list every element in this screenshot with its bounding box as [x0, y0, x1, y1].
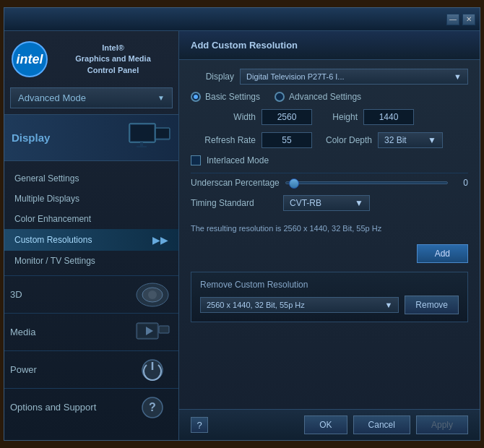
sidebar-item-general-settings[interactable]: General Settings [4, 168, 178, 189]
mode-label: Advanced Mode [18, 92, 86, 103]
height-input[interactable] [363, 109, 414, 125]
options-icon: ? [133, 392, 173, 423]
remove-button[interactable]: Remove [405, 296, 459, 314]
nav-label: Monitor / TV Settings [14, 256, 95, 266]
underscan-label: Underscan Percentage [191, 178, 280, 188]
chevron-down-icon: ▼ [355, 198, 363, 208]
remove-select-value: 2560 x 1440, 32 Bit, 55p Hz [207, 301, 305, 309]
intel-logo: intel [12, 41, 48, 77]
feature-label-power: Power [10, 364, 127, 375]
width-input[interactable] [262, 109, 312, 125]
sidebar-item-3d[interactable]: 3D [4, 275, 178, 313]
color-depth-select[interactable]: 32 Bit ▼ [378, 132, 443, 148]
dimensions-row: Width Height [191, 109, 468, 125]
svg-rect-5 [156, 129, 169, 138]
panel-body: Display Digital Television P27T-6 I... ▼… [179, 60, 480, 409]
display-select-value: Digital Television P27T-6 I... [246, 72, 345, 81]
underscan-row: Underscan Percentage 0 [191, 178, 468, 188]
svg-text:?: ? [149, 401, 156, 413]
sidebar-item-multiple-displays[interactable]: Multiple Displays [4, 189, 178, 209]
height-label: Height [318, 112, 358, 122]
nav-label: General Settings [14, 173, 79, 184]
interlaced-label: Interlaced Mode [207, 155, 269, 165]
slider-thumb [289, 178, 299, 189]
refresh-rate-label: Refresh Rate [191, 135, 256, 145]
remove-row: 2560 x 1440, 32 Bit, 55p Hz ▼ Remove [200, 296, 459, 314]
width-label: Width [191, 112, 256, 122]
timing-select[interactable]: CVT-RB ▼ [283, 195, 370, 211]
underscan-value: 0 [454, 178, 468, 188]
sidebar-item-monitor-settings[interactable]: Monitor / TV Settings [4, 251, 178, 271]
refresh-color-row: Refresh Rate Color Depth 32 Bit ▼ [191, 132, 468, 148]
display-label: Display [12, 132, 50, 144]
power-icon [133, 355, 173, 385]
underscan-slider[interactable] [285, 181, 448, 184]
sidebar-item-media[interactable]: Media [4, 313, 178, 350]
interlaced-row: Interlaced Mode [191, 155, 468, 165]
timing-label: Timing Standard [191, 198, 277, 208]
chevron-down-icon: ▼ [454, 72, 462, 81]
display-section[interactable]: Display [4, 114, 178, 161]
intel-logo-text: intel [16, 52, 43, 67]
close-button[interactable]: ✕ [462, 14, 475, 25]
basic-settings-radio[interactable]: Basic Settings [191, 92, 260, 102]
display-row: Display Digital Television P27T-6 I... ▼ [191, 69, 468, 85]
basic-settings-label: Basic Settings [205, 92, 260, 102]
add-button[interactable]: Add [417, 244, 468, 263]
chevron-down-icon: ▼ [157, 94, 165, 102]
display-icon [128, 122, 171, 153]
feature-items: 3D Media [4, 275, 178, 426]
sidebar-item-color-enhancement[interactable]: Color Enhancement [4, 209, 178, 229]
title-bar: — ✕ [4, 8, 480, 31]
remove-section: Remove Custom Resolution 2560 x 1440, 32… [191, 272, 468, 322]
result-text: The resulting resolution is 2560 x 1440,… [191, 220, 468, 237]
3d-icon [133, 280, 173, 310]
chevron-down-icon: ▼ [428, 135, 436, 145]
display-select[interactable]: Digital Television P27T-6 I... ▼ [240, 69, 468, 85]
color-depth-value: 32 Bit [384, 135, 407, 145]
divider [191, 173, 468, 173]
minimize-button[interactable]: — [446, 14, 459, 25]
settings-radio-group: Basic Settings Advanced Settings [191, 92, 468, 102]
chevron-down-icon: ▼ [384, 301, 392, 309]
feature-label-3d: 3D [10, 289, 127, 300]
main-window: — ✕ intel Intel®Graphics and MediaContro… [4, 7, 480, 441]
panel-header: Add Custom Resolution [179, 31, 480, 60]
svg-point-8 [148, 290, 157, 299]
right-panel: Add Custom Resolution Display Digital Te… [179, 31, 480, 440]
color-depth-label: Color Depth [318, 135, 372, 145]
sidebar: intel Intel®Graphics and MediaControl Pa… [4, 31, 179, 440]
sidebar-item-options-support[interactable]: Options and Support ? [4, 388, 178, 426]
title-bar-buttons: — ✕ [446, 14, 475, 25]
sidebar-item-custom-resolutions[interactable]: Custom Resolutions ▶▶ [4, 229, 178, 251]
apply-button[interactable]: Apply [416, 415, 468, 434]
arrow-icon: ▶▶ [152, 234, 168, 246]
panel-title: Add Custom Resolution [191, 40, 468, 51]
remove-resolution-select[interactable]: 2560 x 1440, 32 Bit, 55p Hz ▼ [200, 297, 399, 313]
refresh-rate-input[interactable] [262, 132, 312, 148]
nav-label: Custom Resolutions [14, 235, 92, 245]
help-button[interactable]: ? [191, 417, 208, 433]
remove-section-title: Remove Custom Resolution [200, 280, 459, 290]
advanced-settings-label: Advanced Settings [289, 92, 361, 102]
display-field-label: Display [191, 72, 234, 82]
logo-area: intel Intel®Graphics and MediaControl Pa… [4, 31, 178, 87]
feature-label-media: Media [10, 327, 127, 337]
svg-rect-12 [159, 326, 169, 333]
interlaced-checkbox[interactable] [191, 155, 201, 165]
mode-dropdown[interactable]: Advanced Mode ▼ [10, 87, 173, 108]
sidebar-item-power[interactable]: Power [4, 350, 178, 388]
cancel-button[interactable]: Cancel [353, 415, 410, 434]
ok-button[interactable]: OK [304, 415, 347, 434]
advanced-settings-radio[interactable]: Advanced Settings [275, 92, 361, 102]
radio-indicator [191, 92, 201, 102]
nav-group: General Settings Multiple Displays Color… [4, 164, 178, 275]
radio-indicator [275, 92, 285, 102]
add-button-row: Add [191, 244, 468, 263]
svg-rect-2 [140, 142, 143, 146]
media-icon [133, 317, 173, 348]
svg-rect-3 [137, 146, 147, 147]
app-title: Intel®Graphics and MediaControl Panel [55, 43, 171, 76]
timing-value: CVT-RB [290, 198, 321, 208]
nav-label: Color Enhancement [14, 214, 91, 224]
